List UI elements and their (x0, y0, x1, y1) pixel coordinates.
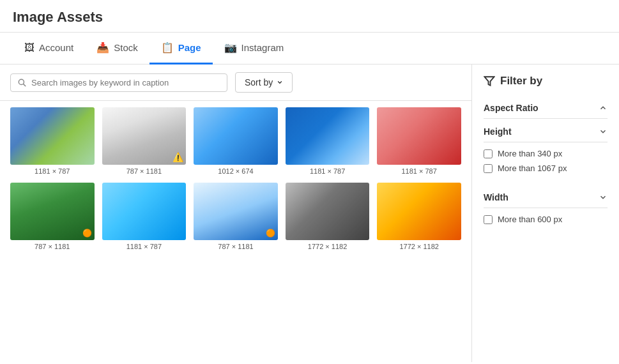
height-label: Height (484, 126, 512, 137)
content-area: Sort by 1181 × 787 ⚠️ 787 × 1181 (0, 64, 472, 362)
filter-sidebar: Filter by Aspect Ratio Height (472, 64, 619, 362)
width-label: Width (484, 192, 508, 202)
list-item[interactable]: ⚠️ 787 × 1181 (102, 107, 187, 175)
svg-line-1 (24, 84, 26, 86)
chevron-down-icon (599, 193, 608, 202)
image-thumbnail (286, 107, 370, 165)
tab-page[interactable]: 📋 Page (149, 33, 213, 64)
images-scroll[interactable]: 1181 × 787 ⚠️ 787 × 1181 1012 × 674 1181… (0, 101, 471, 362)
image-thumbnail (194, 107, 278, 165)
stock-icon: 📥 (96, 42, 109, 54)
height-header[interactable]: Height (484, 121, 608, 142)
chevron-down-icon (599, 127, 608, 136)
toolbar: Sort by (0, 64, 471, 101)
image-dimensions: 787 × 1181 (218, 243, 253, 250)
image-thumbnail (377, 107, 461, 165)
tab-stock-label: Stock (114, 42, 138, 53)
upload-icon: 🟠 (266, 229, 275, 238)
tab-instagram[interactable]: 📷 Instagram (213, 33, 296, 64)
main-area: Sort by 1181 × 787 ⚠️ 787 × 1181 (0, 64, 619, 362)
filter-section-width: Width More than 600 px (484, 187, 608, 236)
chevron-down-icon (277, 79, 283, 86)
chevron-up-icon (599, 103, 608, 112)
page-icon: 📋 (161, 42, 174, 54)
list-item[interactable]: 1181 × 787 (286, 107, 370, 175)
page-title: Image Assets (0, 0, 619, 33)
height-1067-label: More than 1067 px (498, 163, 567, 173)
tab-page-label: Page (178, 42, 201, 53)
list-item[interactable]: 1772 × 1182 (377, 183, 461, 250)
height-option-1067[interactable]: More than 1067 px (484, 163, 608, 173)
width-header[interactable]: Width (484, 187, 608, 208)
image-thumbnail: 🟠 (10, 183, 95, 240)
filter-section-aspect-ratio: Aspect Ratio (484, 98, 608, 119)
filter-header: Filter by (484, 75, 608, 87)
image-dimensions: 1772 × 1182 (399, 243, 438, 250)
warning-icon: ⚠️ (172, 152, 183, 162)
height-340-checkbox[interactable] (484, 149, 493, 158)
tab-account[interactable]: 🖼 Account (13, 33, 85, 64)
list-item[interactable]: 1012 × 674 (194, 107, 278, 175)
sort-label: Sort by (245, 77, 273, 87)
images-grid: 1181 × 787 ⚠️ 787 × 1181 1012 × 674 1181… (10, 107, 461, 250)
tab-instagram-label: Instagram (241, 42, 284, 53)
upload-icon: 🟠 (82, 229, 92, 238)
list-item[interactable]: 1772 × 1182 (286, 183, 370, 250)
height-option-340[interactable]: More than 340 px (484, 149, 608, 158)
image-thumbnail (377, 183, 461, 240)
search-box[interactable] (10, 73, 227, 92)
image-dimensions: 787 × 1181 (126, 167, 162, 175)
height-1067-checkbox[interactable] (484, 164, 493, 173)
width-600-checkbox[interactable] (484, 215, 493, 224)
image-dimensions: 1181 × 787 (310, 167, 345, 175)
filter-title: Filter by (500, 75, 542, 87)
image-thumbnail: 🟠 (194, 183, 278, 240)
filter-section-height: Height More than 340 px More than 1067 p… (484, 121, 608, 185)
image-thumbnail (286, 183, 370, 240)
width-600-label: More than 600 px (498, 215, 562, 224)
filter-icon (484, 75, 495, 87)
aspect-ratio-label: Aspect Ratio (484, 103, 539, 113)
search-input[interactable] (31, 78, 220, 87)
image-dimensions: 1772 × 1182 (308, 243, 347, 250)
aspect-ratio-header[interactable]: Aspect Ratio (484, 98, 608, 119)
tabs-container: 🖼 Account 📥 Stock 📋 Page 📷 Instagram (0, 33, 619, 64)
sort-button[interactable]: Sort by (235, 72, 293, 93)
list-item[interactable]: 1181 × 787 (377, 107, 461, 175)
height-options: More than 340 px More than 1067 px (484, 142, 608, 185)
tab-account-label: Account (39, 42, 73, 53)
image-dimensions: 1012 × 674 (218, 167, 253, 175)
list-item[interactable]: 🟠 787 × 1181 (10, 183, 95, 250)
width-option-600[interactable]: More than 600 px (484, 215, 608, 224)
height-340-label: More than 340 px (498, 149, 562, 158)
list-item[interactable]: 1181 × 787 (10, 107, 95, 175)
list-item[interactable]: 🟠 787 × 1181 (194, 183, 278, 250)
image-dimensions: 787 × 1181 (34, 243, 70, 250)
image-thumbnail: ⚠️ (102, 107, 187, 165)
width-options: More than 600 px (484, 208, 608, 236)
account-icon: 🖼 (24, 42, 34, 54)
svg-marker-2 (485, 77, 494, 86)
list-item[interactable]: 1181 × 787 (102, 183, 187, 250)
tab-stock[interactable]: 📥 Stock (85, 33, 149, 64)
image-dimensions: 1181 × 787 (402, 167, 437, 175)
image-dimensions: 1181 × 787 (126, 243, 162, 250)
image-thumbnail (10, 107, 95, 165)
image-thumbnail (102, 183, 187, 240)
search-icon (17, 78, 26, 87)
image-dimensions: 1181 × 787 (34, 167, 70, 175)
instagram-icon: 📷 (224, 42, 237, 54)
